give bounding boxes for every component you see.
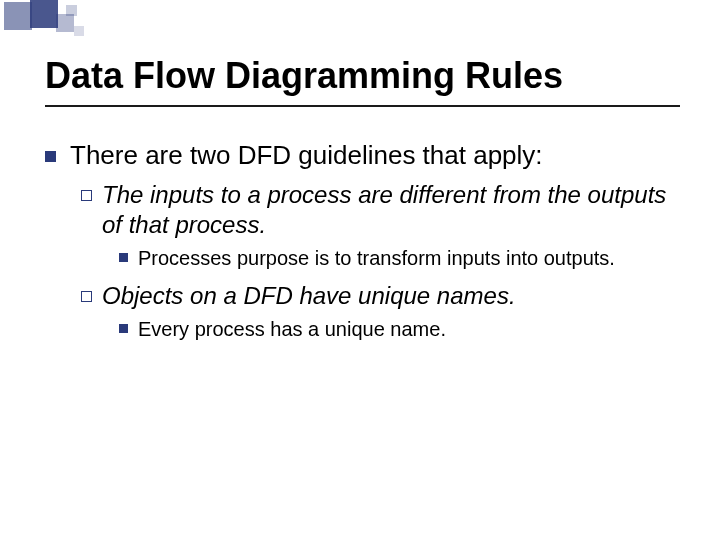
child-point-text: Every process has a unique name. bbox=[138, 317, 446, 342]
hollow-square-icon bbox=[81, 190, 92, 240]
filled-square-icon bbox=[119, 253, 128, 271]
filled-square-icon bbox=[45, 151, 56, 172]
child-point-text: Processes purpose is to transform inputs… bbox=[138, 246, 615, 271]
sub-point-text: The inputs to a process are different fr… bbox=[102, 180, 680, 240]
main-point-text: There are two DFD guidelines that apply: bbox=[70, 139, 543, 172]
bullet-level-3: Every process has a unique name. bbox=[119, 317, 680, 342]
title-underline bbox=[45, 105, 680, 107]
bullet-level-2: Objects on a DFD have unique names. bbox=[81, 281, 680, 311]
bullet-level-1: There are two DFD guidelines that apply: bbox=[45, 139, 680, 172]
hollow-square-icon bbox=[81, 291, 92, 311]
filled-square-icon bbox=[119, 324, 128, 342]
bullet-level-2: The inputs to a process are different fr… bbox=[81, 180, 680, 240]
sub-point-text: Objects on a DFD have unique names. bbox=[102, 281, 516, 311]
slide-content: Data Flow Diagramming Rules There are tw… bbox=[0, 0, 720, 382]
slide-title: Data Flow Diagramming Rules bbox=[45, 55, 680, 97]
bullet-level-3: Processes purpose is to transform inputs… bbox=[119, 246, 680, 271]
corner-decoration bbox=[0, 0, 140, 45]
